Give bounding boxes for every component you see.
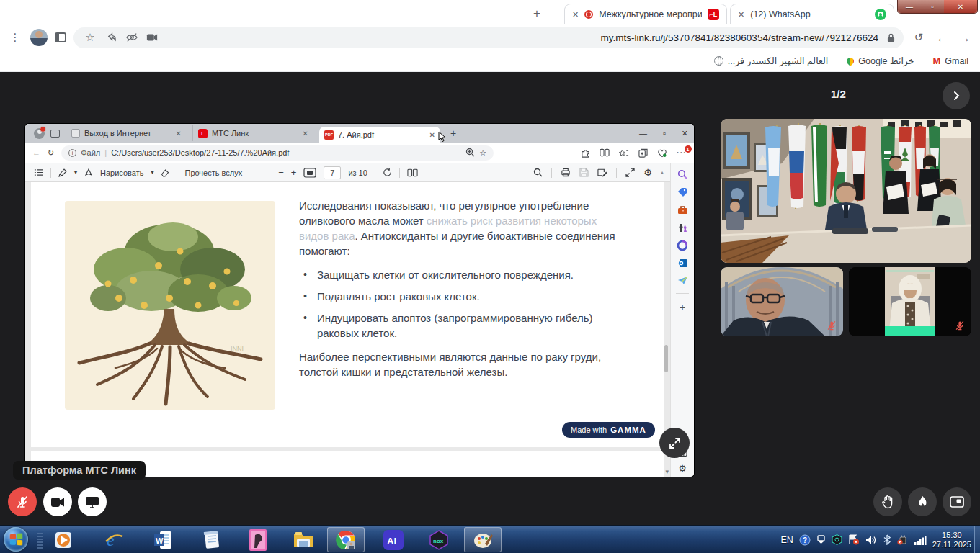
bookmark-star-icon[interactable]: ☆ bbox=[82, 31, 98, 44]
taskbar-paint[interactable] bbox=[471, 528, 496, 552]
raise-hand-button[interactable] bbox=[873, 487, 902, 516]
shopping-icon[interactable] bbox=[677, 187, 687, 197]
taskbar-chrome[interactable] bbox=[334, 528, 358, 552]
split-screen-icon[interactable] bbox=[600, 148, 610, 157]
tab-close-icon[interactable]: ✕ bbox=[303, 130, 308, 138]
tab-close-icon[interactable]: ✕ bbox=[738, 10, 744, 19]
share-icon[interactable] bbox=[107, 32, 117, 43]
restore-button[interactable]: ▫ bbox=[663, 129, 666, 138]
language-indicator[interactable]: EN bbox=[780, 535, 793, 545]
profile-avatar[interactable] bbox=[30, 29, 48, 46]
video-tile-speaker[interactable] bbox=[721, 267, 843, 336]
edge-new-tab-button[interactable]: + bbox=[450, 127, 456, 139]
edge-profile-icon[interactable] bbox=[34, 128, 45, 139]
layout-button[interactable] bbox=[943, 487, 971, 516]
video-tile-conference-room[interactable] bbox=[721, 119, 971, 263]
outlook-icon[interactable] bbox=[677, 258, 688, 268]
expand-share-button[interactable] bbox=[659, 428, 690, 458]
taskbar-internet-explorer[interactable]: e bbox=[102, 528, 126, 552]
highlighter-icon[interactable] bbox=[58, 168, 67, 177]
zoom-icon[interactable] bbox=[466, 148, 475, 158]
reactions-button[interactable] bbox=[908, 487, 937, 516]
taskbar-notepad[interactable] bbox=[200, 528, 224, 552]
microsoft-365-icon[interactable] bbox=[677, 240, 687, 251]
sidebar-search-icon[interactable] bbox=[677, 169, 687, 179]
new-tab-button[interactable]: + bbox=[528, 5, 545, 22]
camera-indicator-icon[interactable] bbox=[146, 33, 158, 42]
browser-essentials-icon[interactable] bbox=[657, 148, 667, 158]
print-icon[interactable] bbox=[561, 168, 571, 177]
nox-tray-icon[interactable] bbox=[832, 534, 842, 545]
taskbar-nox[interactable]: nox bbox=[427, 528, 451, 552]
scroll-down-icon[interactable]: ▾ bbox=[665, 468, 669, 475]
url-text[interactable]: my.mts-link.ru/j/53707841/8238060354/str… bbox=[601, 32, 879, 43]
pdf-viewport[interactable]: INNI Исследования показывают, что регуля… bbox=[25, 182, 670, 477]
camera-button[interactable] bbox=[43, 487, 72, 516]
video-tile-guest[interactable] bbox=[849, 267, 971, 336]
info-icon[interactable]: i bbox=[68, 149, 76, 157]
bluetooth-icon[interactable] bbox=[883, 534, 891, 545]
draw-pen-icon[interactable] bbox=[84, 168, 93, 177]
bookmark-item[interactable]: M Gmail bbox=[933, 55, 969, 66]
microphone-muted-button[interactable] bbox=[8, 487, 37, 516]
reload-icon[interactable]: ↻ bbox=[48, 148, 54, 158]
next-page-button[interactable] bbox=[943, 82, 970, 109]
page-number-input[interactable]: 7 bbox=[324, 166, 341, 179]
games-icon[interactable] bbox=[677, 222, 687, 233]
close-button[interactable]: ✕ bbox=[944, 0, 977, 13]
toc-icon[interactable] bbox=[34, 168, 43, 176]
show-hidden-icons[interactable] bbox=[816, 535, 826, 545]
zoom-out-icon[interactable]: − bbox=[278, 167, 284, 178]
taskbar-media-player[interactable] bbox=[51, 528, 76, 552]
back-icon[interactable]: ← bbox=[934, 32, 950, 44]
chevron-down-icon[interactable]: ▾ bbox=[74, 169, 77, 176]
favorite-star-icon[interactable]: ☆ bbox=[479, 148, 486, 158]
eye-off-icon[interactable] bbox=[126, 32, 138, 42]
network-signal-icon[interactable] bbox=[914, 535, 927, 545]
bookmark-item[interactable]: العالم الشهير الكسندر فر... bbox=[714, 55, 829, 66]
screen-share-button[interactable] bbox=[78, 487, 107, 516]
back-icon[interactable]: ← bbox=[32, 148, 40, 157]
close-button[interactable]: ✕ bbox=[682, 129, 688, 138]
taskbar-file-explorer[interactable] bbox=[291, 528, 316, 552]
tab-close-icon[interactable]: ✕ bbox=[572, 10, 579, 19]
rotate-icon[interactable] bbox=[383, 168, 392, 177]
power-icon[interactable] bbox=[896, 534, 908, 545]
tab-close-icon[interactable]: ✕ bbox=[176, 130, 182, 138]
taskbar-clock[interactable]: 15:30 27.11.2025 bbox=[932, 531, 971, 549]
pdf-scrollbar[interactable] bbox=[664, 345, 668, 372]
tab-close-icon[interactable]: ✕ bbox=[429, 131, 435, 139]
save-as-icon[interactable] bbox=[597, 168, 607, 177]
zoom-in-icon[interactable]: + bbox=[291, 167, 297, 178]
tab-actions-icon[interactable] bbox=[50, 130, 60, 138]
fit-page-icon[interactable] bbox=[303, 168, 316, 178]
minimize-button[interactable]: — bbox=[898, 0, 921, 13]
settings-more-icon[interactable]: ··· bbox=[677, 148, 687, 157]
edge-tab-internet[interactable]: Выход в Интернет ✕ bbox=[66, 125, 187, 141]
reload-icon[interactable]: ↺ bbox=[911, 31, 927, 44]
edge-tab-pdf[interactable]: PDF 7. Айя.pdf ✕ bbox=[319, 127, 440, 143]
minimize-button[interactable]: — bbox=[639, 129, 647, 138]
page-view-icon[interactable] bbox=[407, 168, 418, 177]
action-center-flag-icon[interactable] bbox=[848, 534, 860, 545]
favorites-icon[interactable] bbox=[619, 148, 629, 158]
draw-label[interactable]: Нарисовать bbox=[100, 168, 143, 177]
sidebar-add-icon[interactable]: + bbox=[680, 302, 685, 313]
extensions-icon[interactable] bbox=[581, 148, 590, 158]
tools-icon[interactable] bbox=[677, 205, 688, 215]
bookmark-item[interactable]: خرائط Google bbox=[847, 55, 914, 66]
collapse-toolbar-icon[interactable]: ▴ bbox=[661, 169, 664, 176]
maximize-button[interactable]: ▫ bbox=[921, 0, 944, 13]
browser-tab-whatsapp[interactable]: ✕ (12) WhatsApp bbox=[730, 4, 894, 24]
taskbar-pink-app[interactable] bbox=[246, 528, 270, 552]
menu-icon[interactable]: ⋮ bbox=[7, 31, 23, 44]
taskbar-word[interactable]: W bbox=[151, 528, 175, 552]
search-icon[interactable] bbox=[533, 168, 543, 177]
gamma-badge[interactable]: Made withGAMMA bbox=[562, 422, 655, 438]
taskbar-illustrator[interactable]: Ai bbox=[381, 528, 406, 552]
address-bar[interactable]: ☆ my.mts-link.ru/j/53707841/8238060354/s… bbox=[74, 27, 904, 48]
sidebar-gear-icon[interactable]: ⚙ bbox=[678, 463, 687, 474]
start-button[interactable] bbox=[4, 527, 28, 552]
help-icon[interactable]: ? bbox=[799, 534, 811, 546]
side-panel-icon[interactable] bbox=[55, 32, 66, 42]
